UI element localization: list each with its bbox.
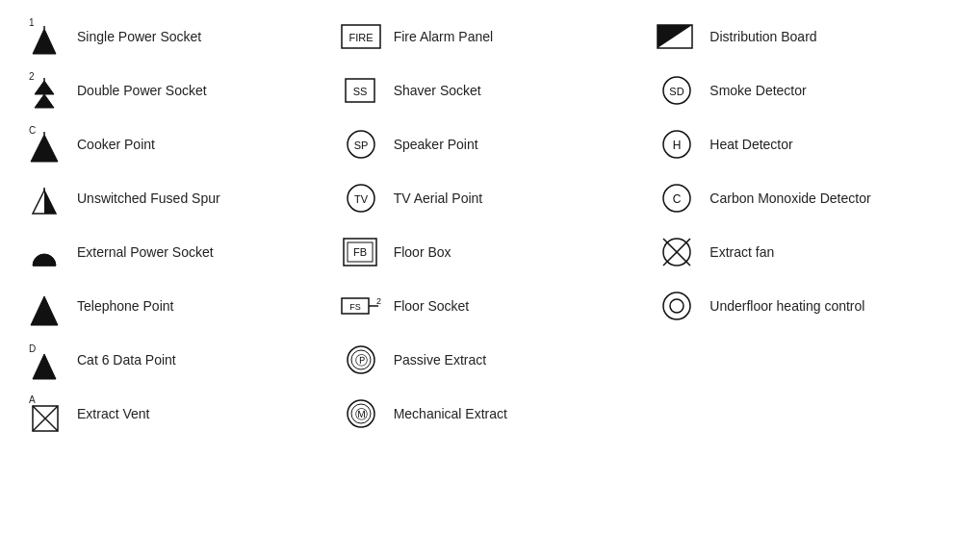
svg-text:Ⓜ: Ⓜ — [354, 407, 367, 421]
fire-alarm-panel-symbol: FIRE — [336, 15, 386, 58]
svg-text:C: C — [29, 125, 36, 136]
tv-aerial-point-symbol: TV — [336, 177, 386, 219]
svg-text:2: 2 — [29, 71, 35, 82]
svg-marker-14 — [31, 296, 58, 325]
legend-item-floor-box: FB Floor Box — [332, 225, 649, 279]
floor-box-symbol: FB — [336, 231, 386, 273]
cooker-point-symbol: C — [19, 123, 69, 165]
svg-text:2: 2 — [376, 296, 381, 306]
legend-item-telephone-point: Telephone Point — [15, 279, 332, 333]
svg-marker-1 — [33, 29, 56, 54]
distribution-board-symbol — [652, 15, 702, 58]
legend-item-extract-vent: A Extract Vent — [15, 387, 332, 441]
telephone-point-label: Telephone Point — [69, 297, 328, 315]
svg-marker-16 — [33, 354, 56, 379]
extract-fan-symbol — [652, 231, 702, 273]
svg-marker-4 — [35, 81, 54, 94]
shaver-socket-label: Shaver Socket — [386, 82, 645, 99]
svg-text:1: 1 — [29, 17, 35, 28]
legend-item-distribution-board: Distribution Board — [648, 10, 965, 63]
distribution-board-label: Distribution Board — [702, 28, 961, 45]
telephone-point-symbol — [19, 285, 69, 327]
double-power-socket-label: Double Power Socket — [69, 82, 328, 99]
svg-text:C: C — [673, 192, 682, 206]
tv-aerial-point-label: TV Aerial Point — [386, 190, 645, 207]
legend-col-1: 1 Single Power Socket 2 Do — [15, 10, 332, 441]
legend-item-speaker-point: SP Speaker Point — [332, 117, 649, 171]
shaver-socket-symbol: SS — [336, 69, 386, 112]
legend-item-double-power-socket: 2 Double Power Socket — [15, 63, 332, 117]
legend-item-single-power-socket: 1 Single Power Socket — [15, 10, 332, 63]
legend-item-passive-extract: Ⓟ Passive Extract — [332, 333, 649, 387]
smoke-detector-label: Smoke Detector — [702, 82, 961, 99]
legend-item-extract-fan: Extract fan — [648, 225, 965, 279]
legend-item-heat-detector: H Heat Detector — [648, 117, 965, 171]
floor-socket-symbol: FS 2 — [336, 285, 386, 327]
legend-item-unswitched-fused-spur: Unswitched Fused Spur — [15, 171, 332, 225]
unswitched-fused-spur-label: Unswitched Fused Spur — [69, 190, 328, 207]
legend-item-shaver-socket: SS Shaver Socket — [332, 63, 649, 117]
fire-alarm-panel-label: Fire Alarm Panel — [386, 28, 645, 45]
single-power-socket-symbol: 1 — [19, 15, 69, 58]
legend-col-3: Distribution Board SD Smoke Detector H H… — [648, 10, 965, 441]
svg-text:FS: FS — [349, 302, 361, 312]
legend-col-2: FIRE Fire Alarm Panel SS Shaver Socket S… — [332, 10, 649, 441]
legend-item-mechanical-extract: Ⓜ Mechanical Extract — [332, 387, 649, 441]
external-power-socket-symbol — [19, 231, 69, 273]
extract-vent-symbol: A — [19, 393, 69, 435]
legend-item-fire-alarm-panel: FIRE Fire Alarm Panel — [332, 10, 649, 63]
legend-item-cooker-point: C Cooker Point — [15, 117, 332, 171]
extract-fan-label: Extract fan — [702, 243, 961, 261]
double-power-socket-symbol: 2 — [19, 69, 69, 112]
heat-detector-label: Heat Detector — [702, 136, 961, 153]
co-detector-label: Carbon Monoxide Detector — [702, 190, 961, 207]
svg-text:FIRE: FIRE — [348, 32, 373, 43]
mechanical-extract-label: Mechanical Extract — [386, 405, 645, 422]
svg-text:TV: TV — [354, 193, 369, 205]
legend-item-tv-aerial-point: TV TV Aerial Point — [332, 171, 649, 225]
passive-extract-symbol: Ⓟ — [336, 339, 386, 381]
legend-item-underfloor-heat: Underfloor heating control — [648, 279, 965, 333]
svg-text:D: D — [29, 343, 36, 354]
svg-text:SS: SS — [352, 86, 367, 97]
floor-socket-label: Floor Socket — [386, 297, 645, 315]
legend-item-cat6-data-point: D Cat 6 Data Point — [15, 333, 332, 387]
legend-item-smoke-detector: SD Smoke Detector — [648, 63, 965, 117]
floor-box-label: Floor Box — [386, 243, 645, 261]
external-power-socket-label: External Power Socket — [69, 243, 328, 261]
passive-extract-label: Passive Extract — [386, 351, 645, 368]
cat6-data-point-label: Cat 6 Data Point — [69, 351, 328, 368]
single-power-socket-label: Single Power Socket — [69, 28, 328, 45]
svg-point-53 — [663, 292, 690, 319]
smoke-detector-symbol: SD — [652, 69, 702, 112]
svg-text:A: A — [29, 394, 36, 405]
speaker-point-label: Speaker Point — [386, 136, 645, 153]
svg-text:Ⓟ: Ⓟ — [354, 353, 367, 368]
speaker-point-symbol: SP — [336, 123, 386, 165]
cooker-point-label: Cooker Point — [69, 136, 328, 153]
mechanical-extract-symbol: Ⓜ — [336, 393, 386, 435]
heat-detector-symbol: H — [652, 123, 702, 165]
svg-text:SP: SP — [353, 140, 368, 151]
legend-item-co-detector: C Carbon Monoxide Detector — [648, 171, 965, 225]
legend-item-floor-socket: FS 2 Floor Socket — [332, 279, 649, 333]
svg-marker-43 — [658, 25, 692, 48]
co-detector-symbol: C — [652, 177, 702, 219]
svg-text:H: H — [673, 139, 682, 152]
svg-text:SD: SD — [670, 86, 684, 97]
underfloor-heat-symbol — [652, 285, 702, 327]
legend-item-external-power-socket: External Power Socket — [15, 225, 332, 279]
underfloor-heat-label: Underfloor heating control — [702, 297, 961, 315]
cat6-data-point-symbol: D — [19, 339, 69, 381]
extract-vent-label: Extract Vent — [69, 405, 328, 422]
svg-text:FB: FB — [353, 246, 367, 258]
svg-marker-8 — [31, 135, 58, 162]
legend-grid: 1 Single Power Socket 2 Do — [15, 10, 965, 441]
svg-point-54 — [670, 299, 683, 313]
svg-marker-5 — [35, 94, 54, 108]
unswitched-fused-spur-symbol — [19, 177, 69, 219]
